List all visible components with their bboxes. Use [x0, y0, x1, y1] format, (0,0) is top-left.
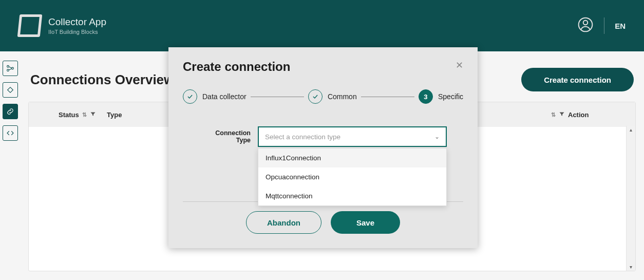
abandon-button[interactable]: Abandon	[246, 211, 321, 234]
step-label: Data collector	[202, 92, 247, 101]
dropdown-option[interactable]: Mqttconnection	[258, 186, 446, 206]
user-icon[interactable]	[577, 16, 594, 35]
logo-icon	[17, 14, 43, 37]
column-action[interactable]: ⇅ Action	[551, 111, 628, 119]
select-input[interactable]: Select a connection type ⌄	[258, 126, 447, 147]
chevron-down-icon: ⌄	[434, 133, 440, 140]
modal-actions: Abandon Save	[183, 211, 463, 234]
step-connector	[251, 97, 304, 97]
svg-point-3	[7, 69, 9, 71]
filter-icon[interactable]	[559, 111, 565, 118]
create-connection-modal: Create connection ✕ Data collector Commo…	[168, 47, 478, 248]
dropdown-option[interactable]: Influx1Connection	[258, 148, 446, 167]
step-common[interactable]: Common	[308, 89, 357, 104]
column-type[interactable]: Type	[107, 111, 168, 119]
header-divider	[604, 17, 604, 34]
create-connection-button[interactable]: Create connection	[521, 68, 634, 91]
app-title: Collector App	[48, 16, 106, 28]
close-icon[interactable]: ✕	[456, 60, 463, 71]
rail-code-icon[interactable]	[3, 125, 18, 141]
side-rail	[0, 51, 20, 280]
scrollbar[interactable]: ▴ ▾	[626, 126, 635, 271]
sort-icon[interactable]: ⇅	[551, 111, 556, 118]
filter-icon[interactable]	[90, 111, 96, 118]
step-number-badge: 3	[419, 89, 433, 104]
page-title: Connections Overview	[30, 72, 174, 88]
column-action-label: Action	[568, 111, 589, 119]
column-status[interactable]: Status ⇅	[36, 111, 103, 119]
rail-link-icon[interactable]	[3, 104, 18, 119]
connection-type-row: Connection Type Select a connection type…	[183, 126, 463, 147]
check-icon	[183, 89, 197, 104]
select-placeholder: Select a connection type	[265, 133, 340, 141]
svg-rect-5	[7, 87, 13, 93]
column-type-label: Type	[107, 111, 122, 119]
sort-icon[interactable]: ⇅	[82, 111, 87, 118]
svg-point-4	[11, 67, 13, 69]
step-specific[interactable]: 3 Specific	[419, 89, 463, 104]
logo-text: Collector App IIoT Building Blocks	[48, 16, 106, 35]
save-button[interactable]: Save	[331, 211, 400, 234]
modal-title: Create connection	[183, 60, 290, 74]
svg-point-1	[583, 21, 588, 25]
logo[interactable]: Collector App IIoT Building Blocks	[18, 14, 106, 37]
connection-type-dropdown: Influx1Connection Opcuaconnection Mqttco…	[258, 148, 447, 206]
step-label: Common	[328, 92, 357, 101]
rail-diamond-icon[interactable]	[3, 82, 18, 98]
rail-nodes-icon[interactable]	[3, 61, 18, 76]
scroll-up-icon[interactable]: ▴	[630, 127, 632, 133]
stepper: Data collector Common 3 Specific	[183, 89, 463, 104]
step-connector	[361, 97, 414, 97]
language-selector[interactable]: EN	[615, 22, 626, 30]
step-data-collector[interactable]: Data collector	[183, 89, 247, 104]
app-subtitle: IIoT Building Blocks	[48, 29, 106, 35]
app-header: Collector App IIoT Building Blocks EN	[0, 0, 644, 51]
connection-type-select[interactable]: Select a connection type ⌄ Influx1Connec…	[258, 126, 447, 147]
connection-type-label: Connection Type	[199, 129, 251, 144]
dropdown-option[interactable]: Opcuaconnection	[258, 167, 446, 186]
check-icon	[308, 89, 323, 104]
step-label: Specific	[438, 92, 463, 101]
column-status-label: Status	[59, 111, 79, 119]
scroll-down-icon[interactable]: ▾	[630, 264, 632, 270]
svg-point-2	[7, 65, 9, 67]
